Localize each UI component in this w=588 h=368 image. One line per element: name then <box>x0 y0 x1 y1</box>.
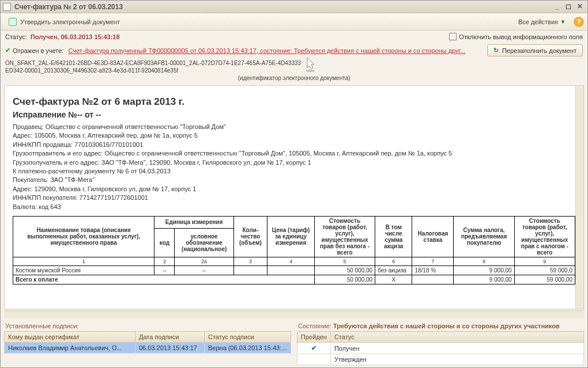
all-actions-menu[interactable]: Все действия ▼ <box>515 17 569 26</box>
th-unit: Единица измерения <box>154 216 233 228</box>
doc-id-sub: (идентификатор электронного документа) <box>5 74 583 84</box>
th-price: Цена (тариф) за единицу измерения <box>267 216 315 257</box>
state-grid: Пройден Статус ✔ Получен Утвержден <box>297 331 584 365</box>
consignee: Грузополучатель и его адрес: ЗАО "ТФ-Мег… <box>13 158 575 167</box>
th-excise: В том числе сумма акциза <box>375 216 412 257</box>
buyer: Покупатель: ЗАО "ТФ-Мега" <box>13 176 575 184</box>
approve-icon <box>9 18 17 26</box>
signatures-grid: Кому выдан сертификат Дата подписи Стату… <box>4 331 291 354</box>
close-button[interactable]: ✕ <box>575 2 585 12</box>
num-row: 1 2 2а 3 4 5 6 7 8 9 <box>13 257 575 265</box>
th-unit-name: условное обозначение (национальное) <box>175 228 233 257</box>
th-tax-sum: Сумма налога, предъявляемая покупателю <box>454 216 514 257</box>
window: Счет-фактура № 2 от 06.03.2013 _ ◻ ✕ Утв… <box>0 0 588 368</box>
th-rate: Налоговая ставка <box>412 216 454 257</box>
refill-button[interactable]: ↻ Перезаполнить документ <box>487 44 583 56</box>
th-passed[interactable]: Пройден <box>297 332 331 343</box>
payment: К платежно-расчетному документу № 6 от 0… <box>13 167 575 176</box>
shipper: Грузоотправитель и его адрес: Общество с… <box>13 149 575 158</box>
status-label: Статус: <box>5 33 27 40</box>
bottom-panel: Установленные подписи: Кому выдан сертиф… <box>1 318 587 367</box>
check-icon: ✔ <box>5 47 10 54</box>
th-sig-status[interactable]: Статус подписи <box>205 332 291 343</box>
total-row: Всего к оплате 50 000,00 X 9 000,00 59 0… <box>13 275 575 284</box>
approve-label: Утвердить электронный документ <box>20 18 120 25</box>
document-area: Счет-фактура №2 от 6 марта 2013 г. Испра… <box>4 85 584 309</box>
info-off-icon <box>449 33 457 40</box>
th-name: Наименование товара (описание выполненны… <box>13 216 154 257</box>
th-state-status[interactable]: Статус <box>330 332 583 343</box>
all-actions-label: Все действия <box>518 18 558 25</box>
doc-id-line1: ON_SFAKT_2AL-E/642101-26BD-4E3D-83A2-ECA… <box>5 59 583 67</box>
refill-label: Перезаполнить документ <box>502 47 576 54</box>
state-label: Состояние: Требуются действия с нашей ст… <box>297 321 584 331</box>
th-cert[interactable]: Кому выдан сертификат <box>5 332 135 343</box>
maximize-button[interactable]: ◻ <box>563 2 574 12</box>
doc-title: Счет-фактура №2 от 6 марта 2013 г. <box>13 96 575 108</box>
state-value: Требуются действия с нашей стороны и со … <box>333 323 560 329</box>
seller: Продавец: Общество с ограниченной ответс… <box>13 123 575 131</box>
passed-check-icon: ✔ <box>311 344 316 351</box>
state-section: Состояние: Требуются действия с нашей ст… <box>297 321 584 365</box>
disable-info-button[interactable]: Отключить вывод информационного поля <box>449 33 583 40</box>
window-title: Счет-фактура № 2 от 06.03.2013 <box>14 3 551 11</box>
doc-id-line2: ED342-00001_20130306_f4496302-a823-4e3d-… <box>5 67 583 74</box>
doc-id-block: ON_SFAKT_2AL-E/642101-26BD-4E3D-83A2-ECA… <box>1 58 587 84</box>
disable-info-label: Отключить вывод информационного поля <box>459 33 583 40</box>
reflect-label: Отражен в учете: <box>13 47 63 54</box>
th-qty: Коли-чество (объем) <box>233 216 267 257</box>
vertical-scrollbar[interactable] <box>575 86 583 309</box>
reflect-row: ✔ Отражен в учете: Счет-фактура полученн… <box>1 43 587 58</box>
reflect-link[interactable]: Счет-фактура полученный ТФ000000005 от 0… <box>68 47 482 54</box>
doc-icon <box>3 3 11 11</box>
horizontal-scrollbar[interactable] <box>4 310 584 318</box>
state-row[interactable]: Утвержден <box>297 354 584 365</box>
signatures-section: Установленные подписи: Кому выдан сертиф… <box>4 321 291 365</box>
toolbar: Утвердить электронный документ Все дейст… <box>1 13 587 31</box>
th-cost-notax: Стоимость товаров (работ, услуг), имущес… <box>314 216 375 257</box>
seller-inn: ИНН/КПП продавца: 7701030616/770101001 <box>13 141 575 149</box>
status-row: Статус: Получен, 06.03.2013 15:43:18 Отк… <box>1 31 587 43</box>
minimize-button[interactable]: _ <box>552 2 562 12</box>
refresh-icon: ↻ <box>493 47 499 54</box>
th-sig-date[interactable]: Дата подписи <box>135 332 205 343</box>
approve-button[interactable]: Утвердить электронный документ <box>4 17 125 27</box>
invoice-table: Наименование товара (описание выполненны… <box>13 216 575 284</box>
status-value: Получен, 06.03.2013 15:43:18 <box>31 33 120 40</box>
help-icon[interactable]: ? <box>574 17 584 27</box>
state-row[interactable]: ✔ Получен <box>297 343 584 354</box>
buyer-addr: Адрес: 129090, Москва г, Гиляровского ул… <box>13 185 575 194</box>
doc-correction: Исправление №-- от -- <box>13 110 575 119</box>
buyer-inn: ИНН/КПП покупателя: 7714277191/772601001 <box>13 194 575 202</box>
th-code: код <box>154 228 175 257</box>
signature-row[interactable]: Николаев Владимир Анатольевич, О... 06.0… <box>5 343 291 354</box>
currency: Валюта: код 643 <box>13 203 575 211</box>
table-row: Костюм мужской Россия -- -- 50 000,00 бе… <box>13 265 575 275</box>
th-cost-tax: Стоимость товаров (работ, услуг), имущес… <box>514 216 575 257</box>
titlebar: Счет-фактура № 2 от 06.03.2013 _ ◻ ✕ <box>1 1 587 13</box>
seller-addr: Адрес: 105005, Москва г, Аптекарский пер… <box>13 131 575 140</box>
signatures-label: Установленные подписи: <box>4 321 291 331</box>
chevron-down-icon: ▼ <box>560 19 566 25</box>
